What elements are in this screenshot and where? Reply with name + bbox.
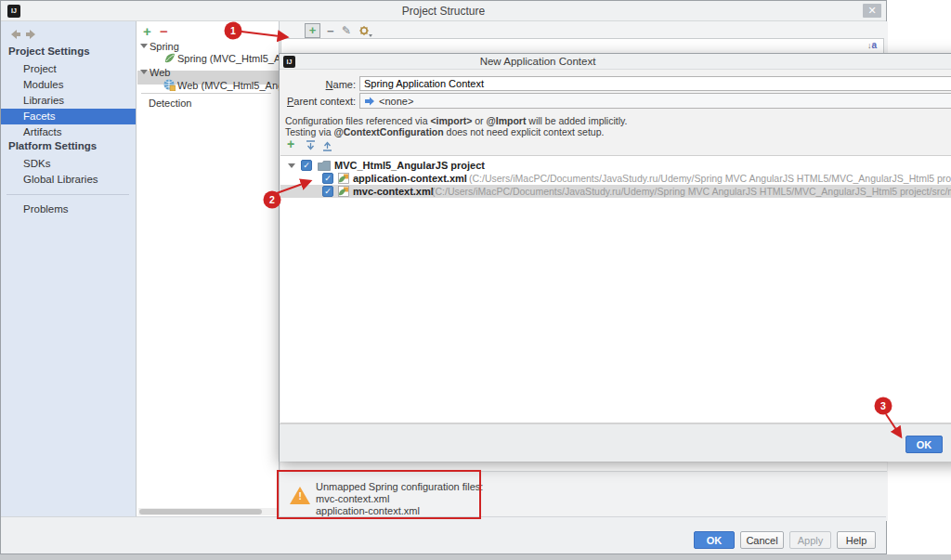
info-line-2: Testing via @ContextConfiguration does n… [285, 126, 604, 137]
dialog-footer: OK Cancel Apply Help [1, 516, 886, 553]
arrow-right-icon [364, 97, 375, 106]
tree-item-detection[interactable]: Detection [149, 97, 191, 110]
back-icon[interactable] [8, 29, 21, 40]
tree-divider [141, 93, 271, 94]
tree-item-spring-facet[interactable]: Spring (MVC_Html5_Angular [177, 52, 280, 65]
sidebar-item-artifacts[interactable]: Artifacts [1, 124, 136, 140]
facets-tree-panel: + − Spring Spring (MVC_Html5_Angular Web… [136, 21, 280, 516]
ok-button[interactable]: OK [694, 531, 735, 549]
close-icon[interactable]: ✕ [863, 4, 881, 18]
sort-alphabetically-icon[interactable]: ↓a [867, 40, 877, 50]
tree-group-web[interactable]: Web [150, 66, 170, 79]
remove-facet-icon[interactable]: − [160, 23, 168, 39]
apply-button: Apply [789, 531, 831, 549]
dialog-titlebar: IJ New Application Context [280, 54, 951, 70]
folder-icon [318, 161, 331, 171]
spring-config-file-icon [338, 173, 349, 184]
taskbar-strip [0, 554, 951, 560]
tree-row-mvc-context[interactable]: ✓ mvc-context.xml (C:/Users/iMacPC/Docum… [280, 185, 951, 198]
name-input[interactable] [359, 76, 951, 91]
chevron-down-icon[interactable] [140, 70, 148, 74]
window-title: Project Structure [1, 5, 886, 18]
spring-leaf-icon [163, 52, 176, 64]
problems-bar: ! Unmapped Spring configuration files: m… [280, 472, 887, 521]
info-line-1: Configuration files referenced via <impo… [285, 115, 627, 126]
context-search-input[interactable] [280, 38, 884, 54]
add-facet-icon[interactable]: + [143, 23, 151, 39]
window-titlebar: IJ Project Structure ✕ [1, 1, 886, 21]
tree-row-application-context[interactable]: ✓ application-context.xml (C:/Users/iMac… [280, 172, 951, 185]
spring-config-file-icon [338, 186, 349, 197]
horizontal-scrollbar[interactable] [138, 508, 278, 515]
warning-title: Unmapped Spring configuration files: [316, 481, 483, 493]
help-button[interactable]: Help [837, 531, 876, 549]
file-path: (C:/Users/iMacPC/Documents/JavaStudy.ru/… [432, 185, 951, 198]
sidebar-header-project-settings: Project Settings [8, 46, 90, 59]
sidebar-item-sdks[interactable]: SDKs [1, 156, 136, 172]
application-context-checkbox[interactable]: ✓ [322, 173, 333, 184]
name-label: Name: [289, 79, 356, 90]
parent-context-value: <none> [379, 95, 413, 109]
new-application-context-dialog: IJ New Application Context Name: Parent … [279, 53, 951, 462]
chevron-down-icon[interactable] [140, 44, 148, 48]
settings-sidebar: Project Settings Project Modules Librari… [1, 21, 136, 516]
sidebar-item-facets[interactable]: Facets [1, 109, 136, 124]
file-name: application-context.xml [353, 172, 467, 185]
remove-context-icon[interactable]: − [327, 24, 334, 38]
edit-context-icon[interactable]: ✎ [342, 24, 351, 37]
sidebar-item-global-libraries[interactable]: Global Libraries [1, 172, 136, 188]
sidebar-item-modules[interactable]: Modules [1, 77, 136, 93]
expand-all-icon[interactable] [306, 140, 316, 151]
file-path: (C:/Users/iMacPC/Documents/JavaStudy.ru/… [469, 172, 951, 185]
cancel-button[interactable]: Cancel [740, 531, 784, 549]
collapse-all-icon[interactable] [322, 140, 332, 151]
sidebar-header-platform-settings: Platform Settings [8, 140, 97, 154]
dialog-ok-button[interactable]: OK [905, 436, 943, 453]
tree-group-spring[interactable]: Spring [150, 40, 179, 53]
file-name: mvc-context.xml [353, 185, 434, 198]
chevron-down-icon[interactable] [288, 163, 295, 168]
tree-row-project[interactable]: ✓ MVC_Html5_AngularJS project [280, 159, 951, 172]
dialog-footer [280, 423, 951, 462]
sidebar-item-project[interactable]: Project [1, 61, 136, 77]
parent-context-label: Parent context: [281, 96, 356, 107]
mvc-context-checkbox[interactable]: ✓ [322, 186, 333, 197]
warning-exclamation: ! [299, 491, 302, 501]
tree-item-web-facet[interactable]: Web (MVC_Html5_AngularJS [177, 79, 280, 92]
project-checkbox[interactable]: ✓ [301, 160, 312, 171]
add-context-icon[interactable]: + [305, 23, 320, 38]
context-panel-bottom-strip [280, 462, 887, 472]
project-row-label: MVC_Html5_AngularJS project [334, 159, 485, 172]
dialog-title: New Application Context [280, 56, 796, 67]
gear-icon[interactable] [358, 25, 372, 38]
sidebar-divider [7, 194, 129, 195]
sidebar-item-libraries[interactable]: Libraries [1, 93, 136, 109]
parent-context-select[interactable]: <none> [359, 93, 951, 109]
warning-file-1: mvc-context.xml [316, 493, 389, 505]
forward-icon[interactable] [25, 29, 38, 40]
scrollbar-thumb[interactable] [139, 509, 262, 514]
add-file-icon[interactable]: + [287, 137, 294, 151]
sidebar-item-problems[interactable]: Problems [1, 202, 136, 217]
web-facet-icon [163, 79, 176, 91]
config-files-tree: ✓ MVC_Html5_AngularJS project ✓ applicat… [280, 155, 951, 423]
